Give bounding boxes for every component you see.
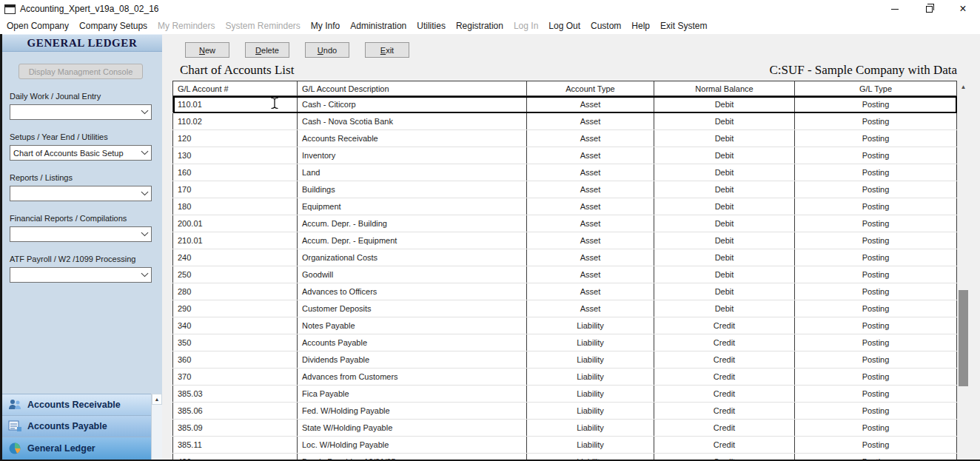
cell: Asset	[527, 147, 654, 164]
scroll-up-icon[interactable]: ▲	[957, 81, 970, 93]
table-row[interactable]: 170BuildingsAssetDebitPosting	[173, 181, 957, 198]
cell: Liability	[527, 351, 654, 369]
menu-item-log-out[interactable]: Log Out	[543, 18, 585, 34]
dropdown-financial-reports-compilations[interactable]	[10, 226, 152, 242]
cell: 385.11	[173, 437, 298, 454]
table-row[interactable]: 360Dividends PayableLiabilityCreditPosti…	[173, 351, 957, 369]
close-button[interactable]: ×	[946, 0, 980, 18]
dropdown-reports-listings[interactable]	[10, 186, 152, 201]
table-row[interactable]: 240Organizational CostsAssetDebitPosting	[173, 249, 957, 266]
menu-item-exit-system[interactable]: Exit System	[655, 18, 712, 34]
table-row[interactable]: 385.09State W/Holding PayableLiabilityCr…	[173, 420, 957, 437]
app-window: Accounting_Xpert_v19a_08_02_16 × Open Co…	[0, 0, 980, 461]
delete-button[interactable]: Delete	[245, 42, 289, 58]
table-row[interactable]: 290Customer DepositsAssetDebitPosting	[173, 300, 957, 317]
scroll-up-icon[interactable]: ▲	[152, 394, 162, 405]
dropdown-daily-work-jounal-entry[interactable]	[10, 104, 152, 120]
menu-item-my-info[interactable]: My Info	[306, 18, 345, 34]
table-row[interactable]: 350Accounts PayableLiabilityCreditPostin…	[173, 334, 957, 351]
title-bar[interactable]: Accounting_Xpert_v19a_08_02_16 ×	[0, 0, 980, 18]
table-scrollbar[interactable]: ▲	[957, 81, 970, 460]
dropdown-setups-year-end-utilities[interactable]: Chart of Accounts Basic Setup	[10, 145, 152, 161]
column-header-g-l-type[interactable]: G/L Type	[795, 81, 957, 96]
dropdown-atf-payroll-w2-1099-processing[interactable]	[10, 267, 152, 283]
cell: Posting	[795, 249, 957, 266]
column-header-account-type[interactable]: Account Type	[527, 81, 654, 96]
column-header-g-l-account-description[interactable]: G/L Account Description	[298, 81, 527, 96]
cell: Posting	[795, 403, 957, 420]
sidebar-nav-scrollbar[interactable]: ▲	[151, 394, 162, 460]
table-row[interactable]: 385.11Loc. W/Holding PayableLiabilityCre…	[173, 437, 957, 454]
nav-item-general-ledger[interactable]: General Ledger	[2, 437, 162, 460]
exit-button[interactable]: Exit	[365, 42, 409, 58]
page-title: Chart of Accounts List	[172, 63, 294, 78]
menu-item-company-setups[interactable]: Company Setups	[74, 18, 152, 34]
cell: Posting	[795, 181, 957, 198]
cell: Asset	[527, 164, 654, 181]
window-title: Accounting_Xpert_v19a_08_02_16	[20, 4, 159, 14]
cell: 420	[173, 454, 298, 460]
menu-item-help[interactable]: Help	[626, 18, 655, 34]
table-row[interactable]: 280Advances to OfficersAssetDebitPosting	[173, 283, 957, 300]
nav-item-accounts-receivable[interactable]: Accounts Receivable	[2, 394, 162, 415]
table-row[interactable]: 130InventoryAssetDebitPosting	[173, 147, 957, 164]
cell: Posting	[795, 164, 957, 181]
cell: 385.06	[173, 403, 298, 420]
table-row[interactable]: 120Accounts ReceivableAssetDebitPosting	[173, 130, 957, 147]
scrollbar-thumb[interactable]	[959, 290, 968, 386]
cell: 360	[173, 351, 298, 369]
menu-item-custom[interactable]: Custom	[585, 18, 626, 34]
cell: Debit	[654, 181, 795, 198]
table-row[interactable]: 340Notes PayableLiabilityCreditPosting	[173, 317, 957, 334]
cell: 110.02	[173, 113, 298, 130]
section-label-setups-year-end-utilities: Setups / Year End / Utilities	[10, 132, 162, 141]
menu-item-administration[interactable]: Administration	[345, 18, 412, 34]
cell: 180	[173, 198, 298, 215]
cell: Inventory	[298, 147, 527, 164]
table-row[interactable]: 180EquipmentAssetDebitPosting	[173, 198, 957, 215]
title-row: Chart of Accounts List C:SUF - Sample Co…	[172, 63, 957, 78]
cell: 385.09	[173, 420, 298, 437]
table-row[interactable]: 385.03Fica PayableLiabilityCreditPosting	[173, 386, 957, 403]
restore-button[interactable]	[912, 0, 946, 18]
column-header-g-l-account[interactable]: G/L Account #	[173, 81, 298, 96]
cell: Posting	[795, 198, 957, 215]
chevron-down-icon	[138, 105, 151, 119]
table-row[interactable]: 385.06Fed. W/Holding PayableLiabilityCre…	[173, 403, 957, 420]
cell: Posting	[795, 351, 957, 369]
cell: Asset	[527, 300, 654, 317]
accounts-payable-icon	[7, 420, 22, 433]
undo-button[interactable]: Undo	[305, 42, 349, 58]
table-row[interactable]: 110.02Cash - Nova Scotia BankAssetDebitP…	[173, 113, 957, 130]
cell: 240	[173, 249, 298, 266]
cell: Land	[298, 164, 527, 181]
menu-item-registration[interactable]: Registration	[451, 18, 509, 34]
table-row[interactable]: 210.01Accum. Depr. - EquipmentAssetDebit…	[173, 232, 957, 249]
nav-item-label: General Ledger	[27, 443, 95, 454]
cell: Debit	[654, 147, 795, 164]
cell: Debit	[654, 215, 795, 232]
table-row[interactable]: 110.01Cash - CiticorpAssetDebitPosting	[173, 96, 957, 113]
column-header-normal-balance[interactable]: Normal Balance	[654, 81, 795, 96]
cell: 350	[173, 334, 298, 351]
minimize-button[interactable]	[878, 0, 912, 18]
table-row[interactable]: 250GoodwillAssetDebitPosting	[173, 266, 957, 283]
cell: Debit	[654, 164, 795, 181]
new-button[interactable]: New	[185, 42, 229, 58]
table-row[interactable]: 200.01Accum. Depr. - BuildingAssetDebitP…	[173, 215, 957, 232]
table-row[interactable]: 370Advances from CustomersLiabilityCredi…	[173, 369, 957, 386]
cell: Posting	[795, 300, 957, 317]
cell: Accounts Receivable	[298, 130, 527, 147]
restore-icon	[926, 6, 933, 13]
cell: Posting	[795, 454, 957, 460]
menu-item-open-company[interactable]: Open Company	[1, 18, 74, 34]
nav-item-accounts-payable[interactable]: Accounts Payable	[2, 415, 162, 437]
cell: Liability	[527, 334, 654, 351]
table-row[interactable]: 160LandAssetDebitPosting	[173, 164, 957, 181]
cell: Fica Payable	[298, 386, 527, 403]
table-row[interactable]: 420Bonds Payable - 12/31/85LiabilityCred…	[173, 454, 957, 460]
menu-item-utilities[interactable]: Utilities	[412, 18, 451, 34]
cell: 250	[173, 266, 298, 283]
cell: State W/Holding Payable	[298, 420, 527, 437]
cell: Liability	[527, 369, 654, 386]
